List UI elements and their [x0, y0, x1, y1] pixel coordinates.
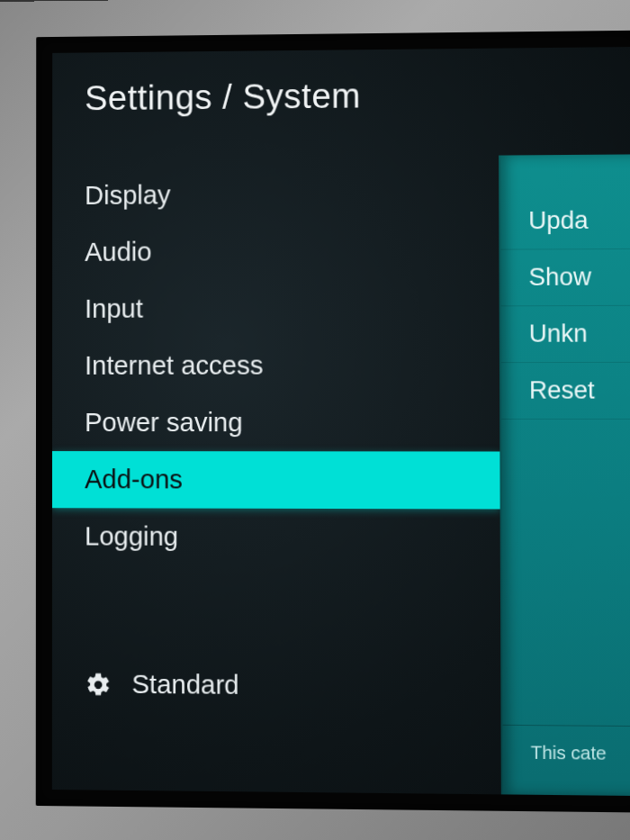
sidebar-item-add-ons[interactable]: Add-ons	[52, 451, 500, 509]
settings-level-label: Standard	[131, 670, 238, 700]
breadcrumb: Settings / System	[52, 47, 630, 167]
sidebar-item-logging[interactable]: Logging	[52, 508, 500, 566]
tv-frame: Settings / System Display Audio Input In…	[0, 0, 630, 840]
content-area: Display Audio Input Internet access Powe…	[52, 164, 630, 797]
right-item-updates[interactable]: Upda	[500, 193, 630, 250]
right-item-show[interactable]: Show	[501, 249, 630, 306]
sidebar-item-display[interactable]: Display	[52, 165, 499, 224]
right-item-reset[interactable]: Reset	[501, 363, 630, 420]
sidebar-item-input[interactable]: Input	[52, 279, 500, 338]
settings-level[interactable]: Standard	[52, 642, 501, 795]
tv-bezel: Settings / System Display Audio Input In…	[36, 31, 630, 813]
sidebar-item-audio[interactable]: Audio	[52, 221, 500, 281]
left-panel: Display Audio Input Internet access Powe…	[52, 165, 501, 795]
screen: Settings / System Display Audio Input In…	[52, 47, 630, 796]
sidebar-item-power-saving[interactable]: Power saving	[52, 394, 500, 452]
right-list: Upda Show Unkn Reset	[500, 154, 630, 420]
right-panel-description: This cate	[503, 725, 630, 796]
right-item-unknown[interactable]: Unkn	[501, 306, 630, 363]
sidebar-item-internet-access[interactable]: Internet access	[52, 337, 500, 394]
menu-list: Display Audio Input Internet access Powe…	[52, 165, 500, 609]
gear-icon	[85, 671, 112, 698]
right-panel: Upda Show Unkn Reset This cate	[499, 154, 630, 796]
